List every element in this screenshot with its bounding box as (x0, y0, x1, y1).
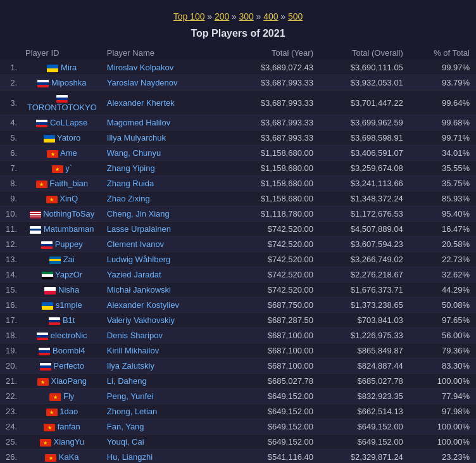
player-name[interactable]: Zhao Zixing (102, 191, 229, 206)
player-id[interactable]: Zai (63, 255, 75, 264)
player-name[interactable]: Alexander Khertek (102, 91, 229, 115)
nav-sep3: » (256, 11, 264, 22)
pct-total: 85.93% (408, 191, 476, 206)
player-name[interactable]: Michał Jankowski (102, 282, 229, 298)
total-overall: $685,027.78 (318, 374, 408, 389)
player-name[interactable]: Miroslav Kolpakov (102, 60, 229, 75)
nav-300[interactable]: 300 (239, 11, 254, 22)
player-name[interactable]: Yazied Jaradat (102, 267, 229, 282)
player-id[interactable]: fanfan (58, 422, 80, 431)
flag-cell: YapzOr (22, 267, 102, 282)
player-id[interactable]: 1dao (60, 407, 78, 416)
player-id[interactable]: Mira (61, 63, 77, 72)
pct-total: 97.98% (408, 404, 476, 419)
player-name[interactable]: Wang, Chunyu (102, 146, 229, 161)
player-name[interactable]: Clement Ivanov (102, 237, 229, 252)
rank-cell: 7. (0, 161, 22, 176)
player-id[interactable]: B1t (63, 315, 75, 325)
player-name[interactable]: Zhang Ruida (102, 176, 229, 191)
table-row: 12. Puppey Clement Ivanov $742,520.00 $3… (0, 237, 476, 252)
flag-cell: Fly (22, 389, 102, 404)
player-id[interactable]: XiangYu (53, 437, 84, 447)
total-year: $742,520.00 (229, 252, 318, 267)
player-id[interactable]: Faith_bian (49, 179, 88, 188)
total-year: $3,689,072.43 (229, 60, 318, 75)
flag-cell: XiaoPang (22, 374, 102, 389)
player-id[interactable]: Fly (63, 391, 74, 401)
player-id[interactable]: electroNic (51, 331, 87, 340)
player-name[interactable]: Lasse Urpalainen (102, 222, 229, 237)
country-flag (36, 181, 47, 188)
player-name[interactable]: Zhong, Letian (102, 404, 229, 419)
player-id[interactable]: y` (65, 163, 72, 173)
player-name[interactable]: Kirill Mikhailov (102, 343, 229, 358)
nav-top100[interactable]: Top 100 (173, 11, 205, 22)
nav-sep2: » (232, 11, 239, 22)
nav-500[interactable]: 500 (288, 11, 303, 22)
rank-cell: 23. (0, 404, 22, 419)
player-id[interactable]: Matumbaman (44, 224, 94, 234)
country-flag (40, 439, 51, 447)
player-id[interactable]: NothingToSay (43, 209, 94, 219)
col-player-name: Player Name (102, 46, 229, 60)
total-year: $1,158,680.00 (229, 146, 318, 161)
pct-total: 35.75% (408, 176, 476, 191)
total-year: $742,520.00 (229, 267, 318, 282)
nav-sep1: » (207, 11, 215, 22)
player-name[interactable]: Peng, Yunfei (102, 389, 229, 404)
pct-total: 50.08% (408, 298, 476, 313)
rank-cell: 6. (0, 146, 22, 161)
table-row: 25. XiangYu Youqi, Cai $649,152.00 $649,… (0, 434, 476, 450)
pct-total: 79.36% (408, 343, 476, 358)
player-id[interactable]: Boombl4 (53, 346, 85, 355)
player-name[interactable]: Illya Mulyarchuk (102, 130, 229, 146)
total-overall: $1,226,975.33 (318, 328, 408, 343)
player-id[interactable]: XinQ (60, 194, 78, 203)
total-overall: $865,849.87 (318, 343, 408, 358)
player-id[interactable]: Perfecto (54, 361, 84, 371)
player-id[interactable]: s1mple (56, 300, 82, 310)
player-id[interactable]: TORONTOTOKYO (27, 103, 97, 112)
player-name[interactable]: Hu, Liangzhi (102, 450, 229, 464)
player-name[interactable]: Ludwig Wåhlberg (102, 252, 229, 267)
player-name[interactable]: Zhang Yiping (102, 161, 229, 176)
total-year: $687,100.00 (229, 343, 318, 358)
total-year: $687,750.00 (229, 298, 318, 313)
country-flag (42, 302, 53, 310)
col-pct-total: % of Total (408, 46, 476, 60)
player-id[interactable]: XiaoPang (51, 376, 87, 386)
player-name[interactable]: Li, Daheng (102, 374, 229, 389)
player-id[interactable]: Ame (60, 148, 77, 158)
pct-total: 77.94% (408, 389, 476, 404)
pct-total: 34.01% (408, 146, 476, 161)
table-row: 23. 1dao Zhong, Letian $649,152.00 $662,… (0, 404, 476, 419)
player-name[interactable]: Cheng, Jin Xiang (102, 206, 229, 222)
rank-cell: 5. (0, 130, 22, 146)
total-overall: $703,841.03 (318, 313, 408, 328)
nav-400[interactable]: 400 (263, 11, 278, 22)
nav-200[interactable]: 200 (215, 11, 229, 22)
player-name[interactable]: Youqi, Cai (102, 434, 229, 450)
player-id[interactable]: KaKa (59, 452, 79, 462)
player-id[interactable]: YapzOr (55, 270, 82, 279)
player-id[interactable]: Puppey (55, 239, 83, 249)
player-name[interactable]: Magomed Halilov (102, 115, 229, 130)
player-id[interactable]: CoLLapse (50, 118, 87, 127)
player-id[interactable]: Nisha (58, 285, 79, 295)
player-name[interactable]: Alexander Kostyliev (102, 298, 229, 313)
player-id[interactable]: Yatoro (57, 133, 80, 143)
rank-cell: 13. (0, 252, 22, 267)
player-name[interactable]: Yaroslav Naydenov (102, 75, 229, 91)
pct-total: 99.64% (408, 91, 476, 115)
player-name[interactable]: Valeriy Vakhovskiy (102, 313, 229, 328)
player-name[interactable]: Ilya Zalutskiy (102, 358, 229, 374)
flag-cell: Puppey (22, 237, 102, 252)
pct-total: 44.29% (408, 282, 476, 298)
table-row: 11. Matumbaman Lasse Urpalainen $742,520… (0, 222, 476, 237)
flag-cell: Perfecto (22, 358, 102, 374)
player-name[interactable]: Fan, Yang (102, 419, 229, 434)
player-id[interactable]: Miposhka (51, 78, 87, 87)
player-name[interactable]: Denis Sharipov (102, 328, 229, 343)
rank-cell: 3. (0, 91, 22, 115)
table-row: 24. fanfan Fan, Yang $649,152.00 $649,15… (0, 419, 476, 434)
